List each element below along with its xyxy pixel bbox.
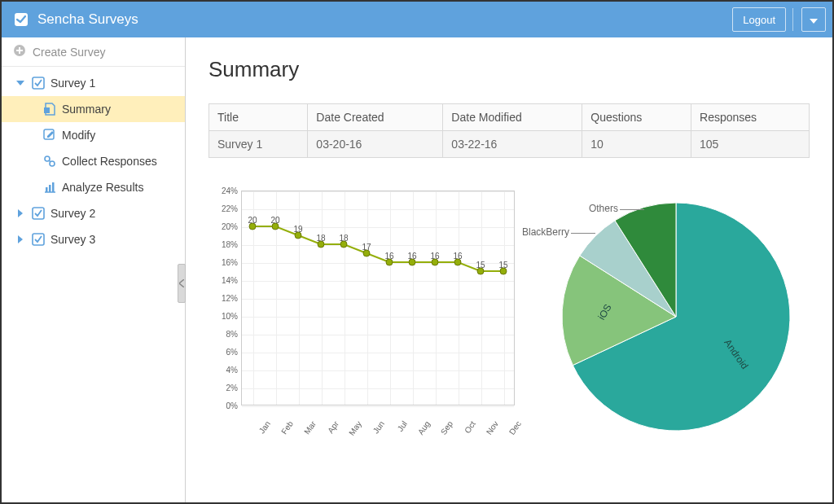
svg-point-16 — [340, 241, 347, 248]
cell-date-modified: 03-22-16 — [443, 131, 582, 158]
survey-check-icon — [31, 233, 46, 246]
sidebar-item-collect-responses[interactable]: Collect Responses — [2, 148, 185, 174]
survey-check-icon — [31, 77, 46, 90]
sidebar-item-label: Survey 1 — [50, 77, 95, 90]
sidebar-item-modify[interactable]: Modify — [2, 122, 185, 148]
chevron-left-icon — [179, 277, 184, 290]
svg-rect-7 — [46, 187, 48, 192]
sidebar-item-survey-3[interactable]: Survey 3 — [2, 226, 185, 252]
sidebar-item-summary[interactable]: Summary — [2, 96, 185, 122]
create-survey-button[interactable]: Create Survey — [2, 37, 185, 67]
cell-date-created: 03-20-16 — [308, 131, 443, 158]
cell-title: Survey 1 — [209, 131, 308, 158]
table-row: Survey 1 03-20-16 03-22-16 10 105 — [209, 131, 810, 158]
sidebar-item-label: Modify — [62, 129, 95, 142]
header-separator — [792, 8, 793, 31]
col-date-created: Date Created — [308, 104, 443, 131]
line-chart: 0%2%4%6%8%10%12%14%16%18%20%22%24%JanFeb… — [208, 191, 518, 430]
logout-button[interactable]: Logout — [732, 7, 786, 32]
col-questions: Questions — [582, 104, 691, 131]
svg-point-13 — [272, 223, 279, 230]
caret-down-icon — [15, 81, 26, 85]
svg-point-21 — [454, 259, 461, 265]
app-title: Sencha Surveys — [37, 11, 732, 28]
svg-point-12 — [249, 223, 256, 230]
charts-row: 0%2%4%6%8%10%12%14%16%18%20%22%24%JanFeb… — [208, 191, 810, 443]
caret-down-icon — [810, 14, 818, 26]
main-content: Summary Title Date Created Date Modified… — [186, 37, 832, 502]
caret-right-icon — [15, 235, 26, 243]
sidebar-item-label: Summary — [62, 103, 111, 116]
sidebar-item-label: Survey 3 — [50, 233, 95, 246]
plus-circle-icon — [13, 44, 26, 59]
svg-rect-10 — [33, 208, 44, 219]
table-header-row: Title Date Created Date Modified Questio… — [209, 104, 810, 131]
pie-slice-label: BlackBerry — [522, 226, 569, 238]
svg-rect-9 — [52, 182, 55, 192]
modify-icon — [42, 129, 57, 142]
svg-point-19 — [409, 259, 415, 265]
line-chart-container: 0%2%4%6%8%10%12%14%16%18%20%22%24%JanFeb… — [208, 191, 526, 443]
pie-slice-label: Others — [589, 203, 618, 214]
sidebar-collapse-handle[interactable] — [178, 264, 186, 303]
page-title: Summary — [208, 57, 810, 82]
cell-responses: 105 — [691, 131, 810, 158]
sidebar-item-label: Collect Responses — [62, 155, 157, 168]
sidebar-item-survey-1[interactable]: Survey 1 — [2, 70, 185, 96]
sidebar-item-label: Survey 2 — [50, 207, 95, 220]
sidebar-item-analyze-results[interactable]: Analyze Results — [2, 174, 185, 200]
survey-tree: Survey 1 Summary Modify Collect Response… — [2, 67, 185, 252]
summary-table: Title Date Created Date Modified Questio… — [208, 103, 810, 158]
sidebar-item-label: Analyze Results — [62, 181, 143, 194]
svg-point-15 — [318, 241, 324, 248]
svg-point-18 — [386, 259, 393, 265]
svg-point-17 — [363, 250, 370, 256]
cell-questions: 10 — [582, 131, 691, 158]
col-title: Title — [209, 104, 308, 131]
svg-point-23 — [500, 268, 507, 274]
pie-chart: AndroidiOSBlackBerryOthers — [550, 191, 802, 443]
sidebar-item-survey-2[interactable]: Survey 2 — [2, 200, 185, 226]
analyze-icon — [42, 181, 57, 194]
caret-right-icon — [15, 209, 26, 217]
svg-point-22 — [477, 268, 484, 274]
svg-rect-3 — [44, 107, 50, 113]
summary-icon — [42, 103, 57, 116]
col-date-modified: Date Modified — [443, 104, 582, 131]
svg-rect-11 — [33, 234, 44, 245]
header-more-button[interactable] — [801, 7, 826, 32]
create-survey-label: Create Survey — [33, 46, 105, 59]
svg-rect-2 — [33, 77, 44, 89]
app-logo-icon — [13, 11, 29, 28]
svg-rect-8 — [49, 185, 51, 192]
svg-point-20 — [432, 259, 438, 265]
svg-point-14 — [295, 232, 301, 239]
collect-icon — [42, 155, 57, 168]
col-responses: Responses — [691, 104, 810, 131]
sidebar: Create Survey Survey 1 Summary Modify — [2, 37, 186, 502]
app-header: Sencha Surveys Logout — [2, 2, 832, 37]
pie-chart-container: AndroidiOSBlackBerryOthers — [542, 191, 810, 443]
survey-check-icon — [31, 207, 46, 220]
